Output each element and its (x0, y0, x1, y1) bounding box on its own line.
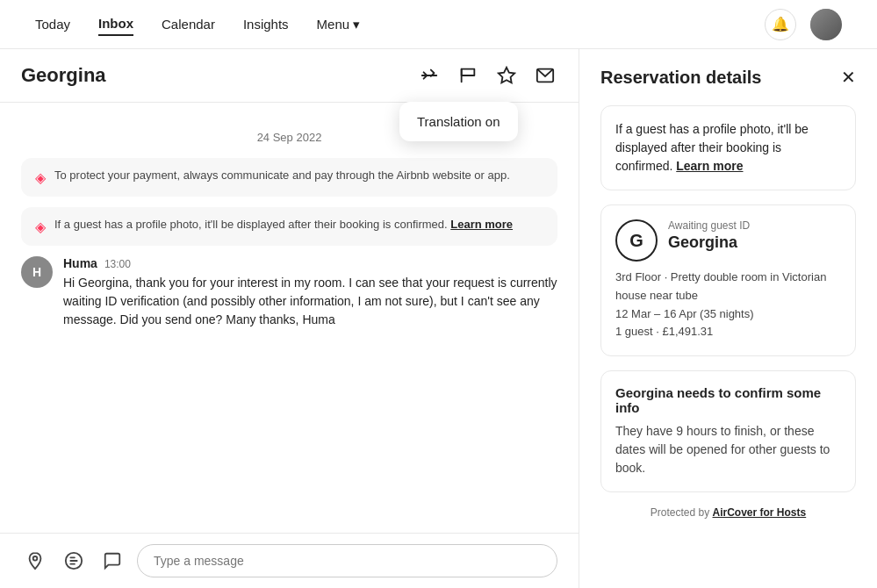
header-actions: Translation on (417, 63, 557, 88)
learn-more-link-panel[interactable]: Learn more (676, 159, 743, 173)
aircover-link[interactable]: AirCover for Hosts (713, 506, 807, 519)
awaiting-label: Awaiting guest ID (668, 219, 841, 232)
nav-links: Today Inbox Calendar Insights Menu ▾ (35, 12, 360, 36)
star-icon[interactable] (494, 63, 519, 88)
flag-icon[interactable] (456, 63, 480, 88)
message-row: H Huma 13:00 Hi Georgina, thank you for … (21, 256, 557, 329)
message-input[interactable] (137, 544, 557, 577)
right-panel: Reservation details ✕ If a guest has a p… (579, 49, 877, 588)
reservation-header: G Awaiting guest ID Georgina (615, 219, 841, 262)
dates-detail: 12 Mar – 16 Apr (35 nights) (615, 305, 841, 324)
confirm-card: Georgina needs to confirm some info They… (600, 370, 856, 492)
sender-name: Huma (63, 256, 97, 270)
input-area (0, 533, 579, 588)
message-text: Hi Georgina, thank you for your interest… (63, 274, 557, 329)
system-message-1: ◈ To protect your payment, always commun… (21, 158, 557, 197)
left-panel: Georgina Translation on (0, 49, 579, 588)
message-content: Huma 13:00 Hi Georgina, thank you for yo… (63, 256, 557, 329)
template-icon-btn[interactable] (98, 547, 126, 575)
airbnb-icon-2: ◈ (35, 219, 46, 235)
panel-header: Reservation details ✕ (600, 67, 856, 88)
nav-right: 🔔 (765, 9, 842, 40)
guests-price-detail: 1 guest · £1,491.31 (615, 323, 841, 341)
translation-tooltip: Translation on (399, 102, 518, 141)
main-layout: Georgina Translation on (0, 49, 877, 588)
guest-circle: G (615, 219, 658, 262)
notification-bell[interactable]: 🔔 (765, 9, 796, 40)
close-panel-button[interactable]: ✕ (841, 67, 856, 88)
chat-title: Georgina (21, 64, 106, 87)
nav-insights[interactable]: Insights (243, 13, 289, 35)
nav-menu[interactable]: Menu ▾ (317, 17, 361, 32)
email-icon[interactable] (533, 63, 557, 88)
protected-label: Protected by AirCover for Hosts (600, 506, 856, 519)
chat-header: Georgina Translation on (0, 49, 579, 103)
property-detail: 3rd Floor · Pretty double room in Victor… (615, 269, 841, 305)
input-icons (21, 547, 126, 575)
user-avatar-nav[interactable] (810, 9, 842, 40)
panel-title: Reservation details (600, 68, 761, 88)
airbnb-icon-1: ◈ (35, 169, 46, 186)
nav-today[interactable]: Today (35, 13, 70, 35)
guest-name: Georgina (668, 233, 841, 252)
message-meta: Huma 13:00 (63, 256, 557, 270)
nav-inbox[interactable]: Inbox (98, 12, 133, 36)
quick-reply-icon-btn[interactable] (60, 547, 88, 575)
reservation-info: Awaiting guest ID Georgina (668, 219, 841, 252)
svg-marker-1 (499, 68, 514, 82)
location-icon-btn[interactable] (21, 547, 49, 575)
nav-calendar[interactable]: Calendar (162, 13, 215, 35)
translate-icon[interactable] (417, 63, 442, 88)
reservation-card: G Awaiting guest ID Georgina 3rd Floor ·… (600, 204, 856, 356)
confirm-text: They have 9 hours to finish, or these da… (615, 422, 841, 477)
svg-point-3 (33, 556, 38, 561)
photo-info-card: If a guest has a profile photo, it'll be… (600, 105, 856, 190)
chat-area: 24 Sep 2022 ◈ To protect your payment, a… (0, 103, 579, 533)
system-message-2: ◈ If a guest has a profile photo, it'll … (21, 207, 557, 246)
sender-avatar: H (21, 256, 53, 288)
top-nav: Today Inbox Calendar Insights Menu ▾ 🔔 (0, 0, 877, 49)
learn-more-link-chat[interactable]: Learn more (450, 218, 513, 231)
message-time: 13:00 (104, 258, 131, 270)
confirm-title: Georgina needs to confirm some info (615, 385, 841, 415)
